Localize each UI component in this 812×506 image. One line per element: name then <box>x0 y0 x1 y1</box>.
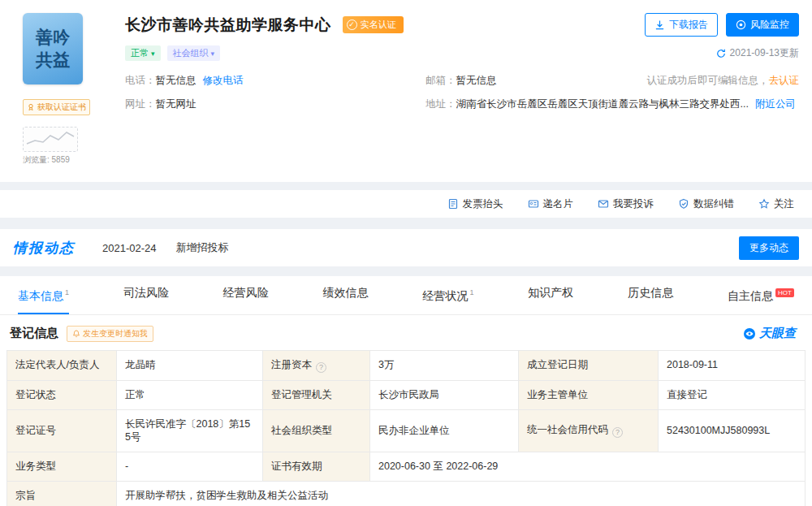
page-title: 长沙市善吟共益助学服务中心 <box>125 15 331 36</box>
tab-count: 1 <box>469 288 473 296</box>
cell-value: 2020-06-30 至 2022-06-29 <box>370 452 806 482</box>
tab-label: 经营风险 <box>223 286 269 299</box>
address-value: 湖南省长沙市岳麓区岳麓区天顶街道麓云路与枫林三路交界处西... <box>456 98 749 110</box>
intelligence-news-bar: 情报动态 2021-02-24 新增招投标 更多动态 <box>0 229 812 266</box>
company-logo: 善吟 共益 <box>23 13 83 84</box>
address-label: 地址： <box>425 98 456 110</box>
tab-intellectual-property[interactable]: 知识产权 <box>528 276 573 314</box>
star-icon <box>758 198 770 210</box>
verified-badge[interactable]: ✓ 实名认证 <box>343 16 404 33</box>
registration-title: 登记信息 <box>10 326 58 341</box>
toolbar-follow-label: 关注 <box>774 197 794 211</box>
org-type-tag[interactable]: 社会组织 ▾ <box>167 45 221 61</box>
logo-text-line2: 共益 <box>36 49 70 71</box>
tab-label: 司法风险 <box>123 286 169 299</box>
cell-label: 登记管理机关 <box>263 380 370 409</box>
nearby-companies-link[interactable]: 附近公司 <box>755 98 796 110</box>
tab-label: 知识产权 <box>528 286 573 299</box>
header-actions: 下载报告 风险监控 <box>645 13 799 37</box>
website-value: 暂无网址 <box>156 98 197 110</box>
cell-value: 开展助学帮扶，贫困学生救助及相关公益活动 <box>117 482 806 506</box>
verified-label: 实名认证 <box>361 19 396 31</box>
cell-label: 证书有效期 <box>263 452 370 482</box>
toolbar-data-correction-label: 数据纠错 <box>693 197 734 211</box>
notify-change-label: 发生变更时通知我 <box>83 328 148 339</box>
tag-row: 正常 ▾ 社会组织 ▾ 2021-09-13更新 <box>125 45 799 61</box>
info-icon[interactable]: ? <box>612 427 623 438</box>
cell-label: 成立登记日期 <box>519 350 659 380</box>
notify-change-badge[interactable]: 发生变更时通知我 <box>67 326 153 342</box>
cell-label: 注册资本? <box>263 350 370 380</box>
tab-label: 自主信息 <box>728 289 773 302</box>
phone-label: 电话： <box>125 75 156 86</box>
tab-operating-risk[interactable]: 经营风险 <box>223 276 269 314</box>
risk-monitor-button[interactable]: 风险监控 <box>726 13 799 37</box>
table-row: 登记状态 正常 登记管理机关 长沙市民政局 业务主管单位 直接登记 <box>7 380 806 409</box>
address-field: 地址：湖南省长沙市岳麓区岳麓区天顶街道麓云路与枫林三路交界处西...附近公司 <box>425 97 799 111</box>
cell-label: 法定代表人/负责人 <box>7 350 117 380</box>
registration-header: 登记信息 发生变更时通知我 天眼查 <box>0 315 812 350</box>
tab-self-info[interactable]: 自主信息HOT <box>728 276 794 314</box>
monitor-eye-icon <box>736 19 746 30</box>
tab-label: 基本信息 <box>18 289 63 302</box>
contact-row-2: 网址：暂无网址 地址：湖南省长沙市岳麓区岳麓区天顶街道麓云路与枫林三路交界处西.… <box>125 97 799 111</box>
get-cert-label: 获取认证证书 <box>37 102 86 113</box>
more-news-button[interactable]: 更多动态 <box>739 236 799 260</box>
tab-performance-info[interactable]: 绩效信息 <box>323 276 369 314</box>
email-field: 邮箱：暂无信息 <box>425 74 637 88</box>
cell-value: 长民许民准字〔2018〕第155号 <box>117 409 263 452</box>
cell-label: 登记状态 <box>7 380 117 409</box>
title-row: 长沙市善吟共益助学服务中心 ✓ 实名认证 下载报告 风险监控 <box>125 13 799 37</box>
cell-label: 登记证号 <box>7 409 117 452</box>
tab-label: 历史信息 <box>628 286 673 299</box>
news-title: 情报动态 <box>13 239 75 257</box>
risk-monitor-label: 风险监控 <box>750 18 789 32</box>
table-row: 宗旨 开展助学帮扶，贫困学生救助及相关公益活动 <box>7 482 806 506</box>
tab-history-info[interactable]: 历史信息 <box>628 276 673 314</box>
cell-label: 宗旨 <box>7 482 117 506</box>
cell-value: 长沙市民政局 <box>370 380 519 409</box>
tab-business-status[interactable]: 经营状况1 <box>422 276 473 314</box>
views-box: 浏览量: 5859 <box>23 127 101 166</box>
hot-badge: HOT <box>775 288 794 297</box>
news-event[interactable]: 新增招投标 <box>176 240 229 255</box>
header-left-column: 善吟 共益 获取认证证书 浏览量: 5859 <box>23 13 101 166</box>
toolbar-invoice-title[interactable]: 发票抬头 <box>447 197 503 211</box>
tab-count: 1 <box>65 288 69 296</box>
bell-icon <box>72 330 80 338</box>
edit-phone-link[interactable]: 修改电话 <box>203 75 244 86</box>
refresh-updated[interactable]: 2021-09-13更新 <box>716 46 799 60</box>
go-authenticate-link[interactable]: 去认证 <box>769 75 800 86</box>
invoice-icon <box>447 198 459 210</box>
cell-value: - <box>117 452 263 482</box>
status-tag[interactable]: 正常 ▾ <box>125 45 161 61</box>
cell-value: 3万 <box>370 350 519 380</box>
cell-value: 52430100MJJ580993L <box>659 409 806 452</box>
download-report-button[interactable]: 下载报告 <box>645 13 718 37</box>
info-icon[interactable]: ? <box>316 362 326 373</box>
toolbar-complaint[interactable]: 我要投诉 <box>598 197 654 211</box>
updated-date: 2021-09-13更新 <box>730 46 799 60</box>
views-count: 浏览量: 5859 <box>23 154 101 166</box>
news-date: 2021-02-24 <box>102 242 157 254</box>
cell-label: 业务主管单位 <box>519 380 659 409</box>
toolbar-business-card-label: 递名片 <box>543 197 574 211</box>
tab-judicial-risk[interactable]: 司法风险 <box>123 276 169 314</box>
email-label: 邮箱： <box>425 75 456 86</box>
email-value: 暂无信息 <box>456 75 497 86</box>
toolbar-business-card[interactable]: 递名片 <box>528 197 574 211</box>
company-header: 善吟 共益 获取认证证书 浏览量: 5859 长沙市善吟共益助学服务中心 ✓ 实… <box>0 0 812 182</box>
tab-bar: 基本信息1 司法风险 经营风险 绩效信息 经营状况1 知识产权 历史信息 自主信… <box>0 276 812 315</box>
quick-actions-toolbar: 发票抬头 递名片 我要投诉 数据纠错 关注 <box>0 190 812 218</box>
tab-basic-info[interactable]: 基本信息1 <box>18 276 69 314</box>
chevron-down-icon: ▾ <box>211 50 215 58</box>
contact-row-1: 电话：暂无信息修改电话 邮箱：暂无信息 认证成功后即可编辑信息，去认证 <box>125 74 799 88</box>
status-tag-label: 正常 <box>131 47 149 59</box>
get-cert-badge[interactable]: 获取认证证书 <box>23 99 90 115</box>
toolbar-data-correction[interactable]: 数据纠错 <box>678 197 734 211</box>
cell-value: 直接登记 <box>659 380 806 409</box>
cell-label: 业务类型 <box>7 452 117 482</box>
toolbar-follow[interactable]: 关注 <box>758 197 794 211</box>
toolbar-complaint-label: 我要投诉 <box>613 197 654 211</box>
header-main-column: 长沙市善吟共益助学服务中心 ✓ 实名认证 下载报告 风险监控 正常 ▾ <box>101 13 799 166</box>
